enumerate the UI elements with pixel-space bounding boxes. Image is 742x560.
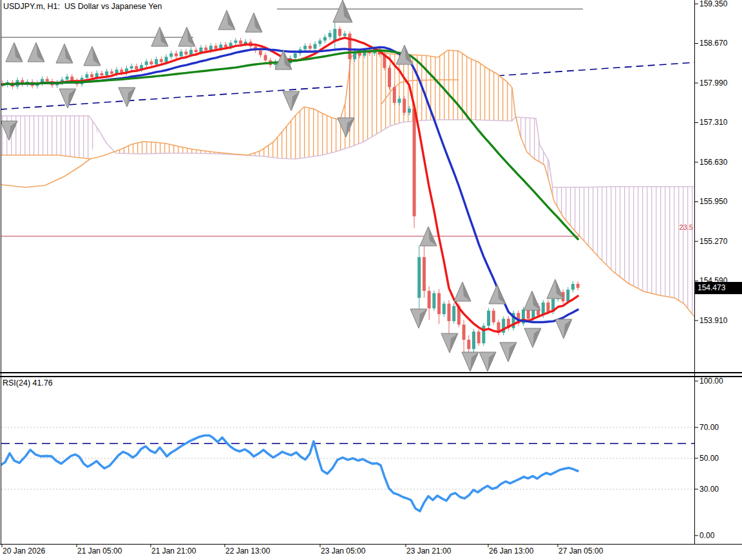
price-axis[interactable]: [694, 0, 742, 372]
time-axis[interactable]: [0, 544, 742, 560]
main-plot-area[interactable]: [1, 0, 694, 372]
rsi-axis[interactable]: [694, 377, 742, 544]
panel-splitter[interactable]: [0, 372, 742, 377]
rsi-plot-area[interactable]: [1, 377, 694, 544]
trading-chart-window: 159.350158.670157.990157.310156.630155.9…: [0, 0, 742, 560]
